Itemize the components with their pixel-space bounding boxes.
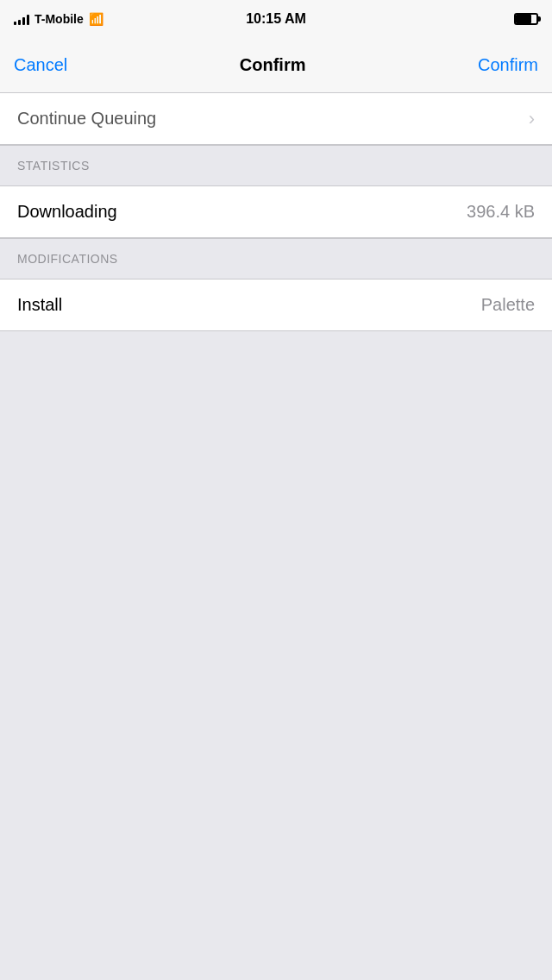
downloading-label: Downloading xyxy=(17,202,117,222)
confirm-button[interactable]: Confirm xyxy=(478,55,538,75)
status-bar-left: T-Mobile 📶 xyxy=(14,12,104,26)
statistics-section-header: STATISTICS xyxy=(0,145,552,186)
nav-title: Confirm xyxy=(240,55,306,75)
empty-area xyxy=(0,331,552,849)
install-value: Palette xyxy=(481,295,535,315)
status-bar: T-Mobile 📶 10:15 AM xyxy=(0,0,552,38)
nav-bar: Cancel Confirm Confirm xyxy=(0,38,552,93)
modifications-section-header: MODIFICATIONS xyxy=(0,238,552,280)
content-area: Continue Queuing › STATISTICS Downloadin… xyxy=(0,93,552,849)
battery-icon xyxy=(514,13,538,25)
install-label: Install xyxy=(17,295,62,315)
continue-queuing-section: Continue Queuing › xyxy=(0,93,552,145)
downloading-value: 396.4 kB xyxy=(467,202,535,222)
chevron-right-icon: › xyxy=(529,108,535,130)
continue-queuing-row[interactable]: Continue Queuing › xyxy=(0,93,552,145)
downloading-row: Downloading 396.4 kB xyxy=(0,186,552,238)
statistics-header-label: STATISTICS xyxy=(17,159,90,173)
status-time: 10:15 AM xyxy=(246,11,306,27)
cancel-button[interactable]: Cancel xyxy=(14,55,67,75)
status-bar-right xyxy=(514,13,538,25)
battery-fill xyxy=(516,15,531,23)
continue-queuing-label: Continue Queuing xyxy=(17,109,156,129)
signal-icon xyxy=(14,13,29,25)
carrier-label: T-Mobile xyxy=(34,12,84,26)
modifications-header-label: MODIFICATIONS xyxy=(17,252,118,266)
wifi-icon: 📶 xyxy=(89,12,104,26)
install-row: Install Palette xyxy=(0,280,552,331)
